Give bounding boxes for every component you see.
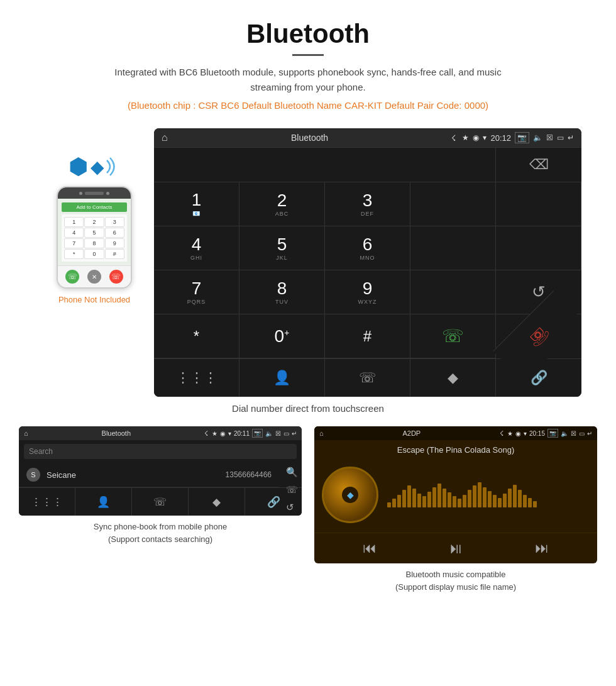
contact-phone: 13566664466 [226, 470, 272, 479]
page-subtitle: Integrated with BC6 Bluetooth module, su… [107, 65, 509, 95]
contact-avatar: S [26, 468, 40, 482]
camera-icon[interactable]: 📷 [515, 132, 529, 143]
usb-icon-small: ☇ [204, 429, 208, 438]
chip-info: (Bluetooth chip : CSR BC6 Default Blueto… [13, 100, 603, 111]
phone-device: Add to Contacts 123 456 789 *0# ☏ ✕ ☏ [57, 186, 132, 289]
call-button[interactable]: ☏ [410, 314, 496, 358]
page-header: Bluetooth Integrated with BC6 Bluetooth … [0, 0, 616, 128]
music-bar [443, 489, 446, 507]
music-bar [453, 496, 456, 507]
phone-end-button[interactable]: ✕ [87, 270, 101, 284]
main-dial-section: ⬢ ◆ Add to Contacts 123 456 789 [0, 128, 616, 397]
phonebook-caption: Sync phone-book from mobile phone (Suppo… [94, 521, 227, 545]
dial-key-3[interactable]: 3 DEF [325, 182, 410, 226]
close-icon[interactable]: ☒ [546, 133, 553, 142]
nav-contacts-button[interactable]: 👤 [239, 359, 325, 397]
phonebook-time: 20:11 [234, 430, 250, 437]
dial-empty-4 [496, 226, 581, 270]
dial-key-2[interactable]: 2 ABC [239, 182, 325, 226]
phone-not-included-label: Phone Not Included [58, 295, 130, 304]
pb-nav-grid[interactable]: ⋮⋮⋮ [19, 488, 75, 516]
search-bar[interactable]: Search [24, 444, 297, 459]
camera-icon-music[interactable]: 📷 [547, 429, 558, 438]
music-bar [498, 498, 502, 507]
music-bar [437, 484, 441, 507]
large-screen-status-bar: ⌂ Bluetooth ☇ ★ ◉ ▾ 20:12 📷 🔈 ☒ ▭ ↵ [154, 128, 581, 147]
pb-nav-contacts[interactable]: 👤 [75, 488, 132, 516]
phonebook-status-icons: ★◉▾ 20:11 📷 🔈☒▭↵ [212, 429, 297, 438]
music-bar [412, 489, 416, 507]
music-bar [513, 485, 517, 507]
home-icon-small[interactable]: ⌂ [24, 429, 28, 437]
backspace-button[interactable]: ⌫ [496, 148, 581, 182]
music-bar [508, 489, 512, 507]
prev-button[interactable]: ⏮ [363, 540, 377, 556]
phone-screen: Add to Contacts 123 456 789 *0# [58, 199, 131, 265]
music-bar [478, 482, 481, 507]
music-bar [468, 490, 471, 507]
music-caption: Bluetooth music compatible (Support disp… [395, 568, 516, 593]
music-status-bar: ⌂ A2DP ☇ ★◉▾ 20:15 📷 🔈☒▭↵ [314, 426, 597, 440]
home-icon-music[interactable]: ⌂ [319, 429, 324, 437]
dial-key-0[interactable]: 0+ [239, 314, 325, 358]
dial-key-6[interactable]: 6 MNO [325, 226, 410, 270]
dial-key-star[interactable]: * [154, 314, 239, 358]
music-bar [448, 492, 451, 507]
music-bar [427, 492, 431, 507]
music-screen-title: A2DP [327, 429, 496, 437]
dial-key-1[interactable]: 1 📧 [154, 182, 239, 226]
music-bar [432, 487, 436, 507]
contact-row[interactable]: S Seicane 13566664466 [19, 463, 279, 487]
location-icon: ◉ [473, 133, 479, 142]
call-side-icon[interactable]: ☏ [286, 484, 298, 495]
music-bar [533, 501, 537, 507]
status-time: 20:12 [490, 133, 511, 143]
phone-call-button[interactable]: ☏ [65, 270, 79, 284]
phone-illustration: ⬢ ◆ Add to Contacts 123 456 789 [35, 128, 154, 304]
nav-dialpad-button[interactable]: ⋮⋮⋮ [154, 359, 239, 397]
camera-icon-small[interactable]: 📷 [252, 429, 263, 438]
sync-side-icon[interactable]: ↺ [286, 502, 298, 513]
dial-key-hash[interactable]: # [325, 314, 410, 358]
dial-key-5[interactable]: 5 JKL [239, 226, 325, 270]
wifi-icon: ▾ [483, 133, 487, 142]
phone-keypad: 123 456 789 *0# [62, 214, 127, 262]
usb-icon: ☇ [451, 133, 456, 143]
music-screen: ⌂ A2DP ☇ ★◉▾ 20:15 📷 🔈☒▭↵ Escape (The Pi… [314, 426, 597, 563]
music-song-title: Escape (The Pina Colada Song) [314, 440, 597, 457]
dial-key-8[interactable]: 8 TUV [239, 270, 325, 314]
back-icon[interactable]: ↵ [568, 133, 574, 142]
contacts-area: S Seicane 13566664466 🔍 ☏ ↺ [19, 463, 302, 487]
dial-empty-1 [410, 182, 496, 226]
next-button[interactable]: ⏭ [535, 540, 549, 556]
screen-split-icon[interactable]: ▭ [557, 133, 564, 142]
bluetooth-icon: ⬢ [69, 153, 88, 180]
volume-icon[interactable]: 🔈 [533, 133, 542, 142]
dial-key-4[interactable]: 4 GHI [154, 226, 239, 270]
large-car-screen: ⌂ Bluetooth ☇ ★ ◉ ▾ 20:12 📷 🔈 ☒ ▭ ↵ ⌫ 1 [154, 128, 581, 397]
screen-title: Bluetooth [174, 133, 446, 143]
usb-icon-music: ☇ [500, 429, 503, 438]
music-bar [523, 495, 527, 507]
music-controls: ⏮ ⏯ ⏭ [314, 533, 597, 563]
pb-nav-bluetooth[interactable]: ◆ [189, 488, 245, 516]
play-pause-button[interactable]: ⏯ [448, 539, 463, 557]
phonebook-bottom-nav: ⋮⋮⋮ 👤 ☏ ◆ 🔗 [19, 487, 302, 516]
pb-nav-phone[interactable]: ☏ [132, 488, 189, 516]
contact-name: Seicane [47, 470, 226, 480]
music-main-area: ◆ [314, 457, 597, 533]
music-bar [503, 494, 507, 507]
nav-bluetooth-button[interactable]: ◆ [410, 359, 496, 397]
bottom-screens: ⌂ Bluetooth ☇ ★◉▾ 20:11 📷 🔈☒▭↵ Search [0, 426, 616, 593]
music-bar [417, 494, 421, 507]
svg-text:◆: ◆ [91, 157, 104, 177]
search-side-icon[interactable]: 🔍 [286, 467, 298, 478]
dial-caption: Dial number direct from touchscreen [0, 403, 616, 414]
music-bar [528, 498, 532, 507]
music-bar [392, 499, 396, 507]
home-icon[interactable]: ⌂ [162, 132, 168, 143]
nav-phone-button[interactable]: ☏ [325, 359, 410, 397]
dial-key-9[interactable]: 9 WXYZ [325, 270, 410, 314]
dial-key-7[interactable]: 7 PQRS [154, 270, 239, 314]
phone-hangup-button[interactable]: ☏ [109, 270, 123, 284]
